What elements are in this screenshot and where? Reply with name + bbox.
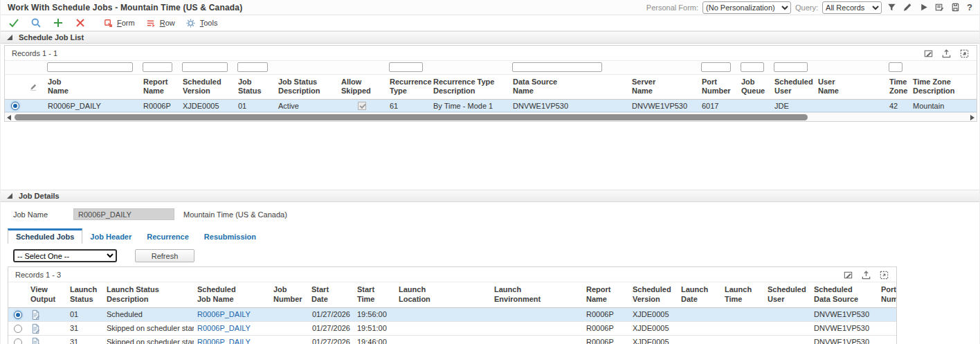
save-query-icon[interactable]: [950, 1, 961, 13]
personalize-form-icon[interactable]: [934, 1, 945, 13]
table-row[interactable]: 01ScheduledR0006P_DAILY01/27/202619:56:0…: [8, 307, 896, 321]
column-header[interactable]: Port Number: [878, 282, 896, 307]
grid-edit-icon[interactable]: [26, 74, 44, 100]
export-grid-icon[interactable]: [860, 269, 871, 280]
row-select-radio[interactable]: [14, 338, 22, 344]
column-header[interactable]: Scheduled Version: [179, 74, 235, 100]
grid-cell: 01/27/2026: [308, 321, 354, 335]
maximize-grid-icon[interactable]: [878, 269, 889, 280]
job-name-label: Job Name: [13, 210, 73, 219]
column-header[interactable]: Server Name: [628, 74, 698, 100]
filter-cell: [815, 61, 886, 74]
scroll-right-icon[interactable]: [970, 115, 974, 120]
grid-cell: [764, 335, 810, 344]
scheduled-job-link[interactable]: R0006P_DAILY: [197, 310, 251, 318]
refresh-button[interactable]: Refresh: [135, 249, 194, 262]
table-row[interactable]: 31Skipped on scheduler startupR0006P_DAI…: [8, 335, 896, 344]
table-row[interactable]: R0006P_DAILYR0006PXJDE000501Active61By T…: [5, 100, 977, 112]
column-header[interactable]: Launch Environment: [491, 282, 583, 307]
column-filter-input[interactable]: [889, 62, 902, 72]
column-header[interactable]: Scheduled Data Source: [810, 282, 878, 307]
column-header[interactable]: User Name: [815, 74, 886, 100]
column-filter-input[interactable]: [47, 62, 133, 72]
column-header[interactable]: Launch Location: [395, 282, 491, 307]
column-filter-input[interactable]: [741, 62, 764, 72]
column-header[interactable]: Time Zone Description: [909, 74, 977, 100]
row-select-radio[interactable]: [14, 311, 22, 319]
column-filter-input[interactable]: [237, 62, 268, 72]
tools-menu[interactable]: Tools: [185, 17, 218, 29]
maximize-grid-icon[interactable]: [959, 48, 970, 59]
row-select-radio[interactable]: [11, 102, 19, 110]
export-grid-icon[interactable]: [941, 48, 952, 59]
scrollbar-thumb[interactable]: [15, 114, 808, 120]
add-icon[interactable]: [52, 17, 64, 29]
query-select[interactable]: All Records: [822, 1, 882, 14]
form-menu[interactable]: Form: [102, 17, 135, 29]
grid-cell: 19:51:00: [354, 321, 395, 335]
tab-recurrence[interactable]: Recurrence: [139, 230, 197, 244]
view-output-icon[interactable]: [30, 323, 63, 334]
column-header[interactable]: Recurrence Type Description: [430, 74, 509, 100]
column-header[interactable]: Port Number: [698, 74, 738, 100]
records-count: Records 1 - 3: [15, 271, 61, 279]
grid1-horizontal-scrollbar[interactable]: [5, 112, 977, 121]
scroll-left-icon[interactable]: [7, 115, 11, 120]
row-select-radio[interactable]: [14, 325, 22, 333]
column-header[interactable]: Recurrence Type: [386, 74, 430, 100]
edit-query-icon[interactable]: [902, 1, 914, 13]
view-output-icon[interactable]: [30, 309, 63, 320]
column-header[interactable]: Allow Skipped: [338, 74, 386, 100]
column-header[interactable]: Launch Date: [678, 282, 721, 307]
column-header[interactable]: Time Zone: [886, 74, 909, 100]
view-output-icon[interactable]: [30, 337, 63, 344]
column-header[interactable]: Report Name: [583, 282, 629, 307]
column-header[interactable]: Job Queue: [738, 74, 771, 100]
column-header[interactable]: Launch Status: [66, 282, 103, 307]
tab-resubmission[interactable]: Resubmission: [197, 230, 264, 244]
customize-grid-icon[interactable]: [923, 48, 934, 59]
column-header[interactable]: Scheduled User: [771, 74, 815, 100]
column-header[interactable]: Scheduled Version: [629, 282, 678, 307]
column-filter-input[interactable]: [774, 62, 808, 72]
tab-scheduled-jobs[interactable]: Scheduled Jobs: [8, 228, 82, 244]
ok-icon[interactable]: [8, 17, 20, 29]
personal-form-select[interactable]: (No Personalization): [702, 1, 791, 14]
grid-cell: R0006P: [583, 335, 629, 344]
column-header[interactable]: View Output: [27, 282, 66, 307]
column-filter-input[interactable]: [143, 62, 172, 72]
find-icon[interactable]: [30, 17, 42, 29]
column-header[interactable]: Report Name: [140, 74, 179, 100]
column-header[interactable]: Start Date: [308, 282, 354, 307]
run-query-icon[interactable]: [918, 1, 929, 13]
column-header[interactable]: Job Status: [235, 74, 275, 100]
column-header[interactable]: Job Name: [44, 74, 140, 100]
table-row[interactable]: 31Skipped on scheduler startupR0006P_DAI…: [8, 321, 896, 335]
row-action-select[interactable]: -- Select One --: [13, 249, 117, 262]
grid-cell: 31: [66, 321, 103, 335]
column-header[interactable]: Scheduled User: [764, 282, 810, 307]
job-details-section-header[interactable]: Job Details: [1, 190, 979, 202]
delete-icon[interactable]: [74, 17, 87, 29]
help-icon[interactable]: ?: [965, 2, 974, 12]
filter-cell: [44, 61, 140, 74]
column-header[interactable]: Job Number: [270, 282, 308, 307]
column-filter-input[interactable]: [701, 62, 731, 72]
column-filter-input[interactable]: [182, 62, 228, 72]
scheduled-job-link[interactable]: R0006P_DAILY: [197, 324, 251, 332]
grid-cell: 01: [66, 307, 103, 321]
column-header[interactable]: Scheduled Job Name: [194, 282, 270, 307]
scheduled-job-link[interactable]: R0006P_DAILY: [197, 338, 251, 344]
column-filter-input[interactable]: [512, 62, 602, 72]
schedule-job-list-section-header[interactable]: Schedule Job List: [1, 31, 979, 44]
column-header[interactable]: Start Time: [354, 282, 395, 307]
column-header[interactable]: Data Source Name: [509, 74, 628, 100]
filter-icon[interactable]: [886, 1, 898, 13]
column-header[interactable]: Launch Time: [721, 282, 764, 307]
column-filter-input[interactable]: [389, 62, 423, 72]
tab-job-header[interactable]: Job Header: [82, 230, 139, 244]
column-header[interactable]: Job Status Description: [275, 74, 338, 100]
column-header[interactable]: Launch Status Description: [103, 282, 194, 307]
row-menu[interactable]: Row: [145, 17, 175, 29]
customize-grid-icon[interactable]: [842, 269, 853, 280]
